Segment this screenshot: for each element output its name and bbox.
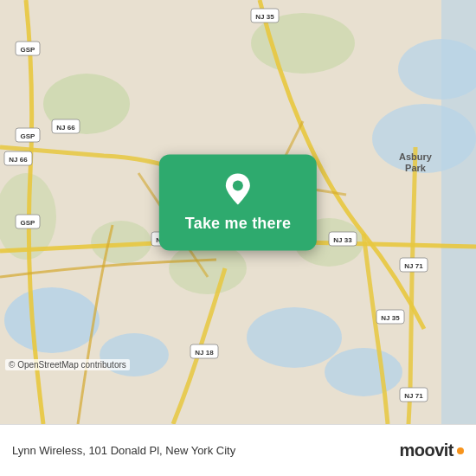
svg-text:Asbury: Asbury [399,151,433,162]
svg-point-3 [247,307,342,368]
moovit-text: moovit [399,441,453,460]
svg-point-43 [233,180,243,190]
svg-text:NJ 66: NJ 66 [9,156,28,164]
osm-credit: © OpenStreetMap contributors [5,359,130,370]
svg-text:NJ 33: NJ 33 [333,236,352,244]
svg-text:GSP: GSP [21,132,36,140]
svg-text:NJ 66: NJ 66 [56,124,75,132]
moovit-logo: moovit [399,441,464,460]
svg-text:Park: Park [405,163,427,173]
svg-text:NJ 35: NJ 35 [255,13,274,21]
bottom-bar: Lynn Wireless, 101 Donald Pl, New York C… [0,424,476,476]
address-text: Lynn Wireless, 101 Donald Pl, New York C… [12,444,390,457]
svg-point-4 [325,348,402,396]
svg-text:GSP: GSP [21,46,36,54]
take-me-there-label: Take me there [185,215,291,233]
svg-rect-7 [441,0,476,424]
svg-text:NJ 18: NJ 18 [195,349,214,357]
svg-text:NJ 71: NJ 71 [404,392,423,400]
take-me-there-button[interactable]: Take me there [159,154,317,250]
svg-text:NJ 71: NJ 71 [404,262,423,270]
svg-text:GSP: GSP [21,219,36,227]
svg-text:NJ 35: NJ 35 [381,314,400,322]
moovit-dot [457,447,464,454]
location-pin-icon [219,170,257,208]
map-container: GSP GSP GSP NJ 66 NJ 66 NJ 33 NJ 33 NJ 3… [0,0,476,424]
svg-point-1 [4,287,100,353]
